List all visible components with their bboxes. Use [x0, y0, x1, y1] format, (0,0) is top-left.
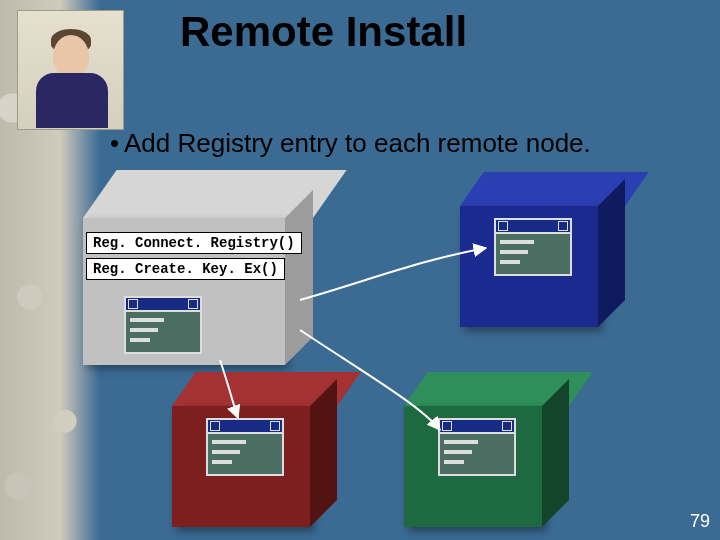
computer-icon: [438, 418, 512, 476]
code-label-regconnect: Reg. Connect. Registry(): [86, 232, 302, 254]
slide-number: 79: [690, 511, 710, 532]
computer-icon: [206, 418, 280, 476]
bullet-line: •Add Registry entry to each remote node.: [110, 128, 700, 159]
presenter-photo: [17, 10, 124, 130]
computer-icon: [494, 218, 568, 276]
bullet-text: Add Registry entry to each remote node.: [124, 128, 591, 158]
slide-title: Remote Install: [180, 8, 700, 56]
computer-icon: [124, 296, 198, 354]
code-label-regcreate: Reg. Create. Key. Ex(): [86, 258, 285, 280]
